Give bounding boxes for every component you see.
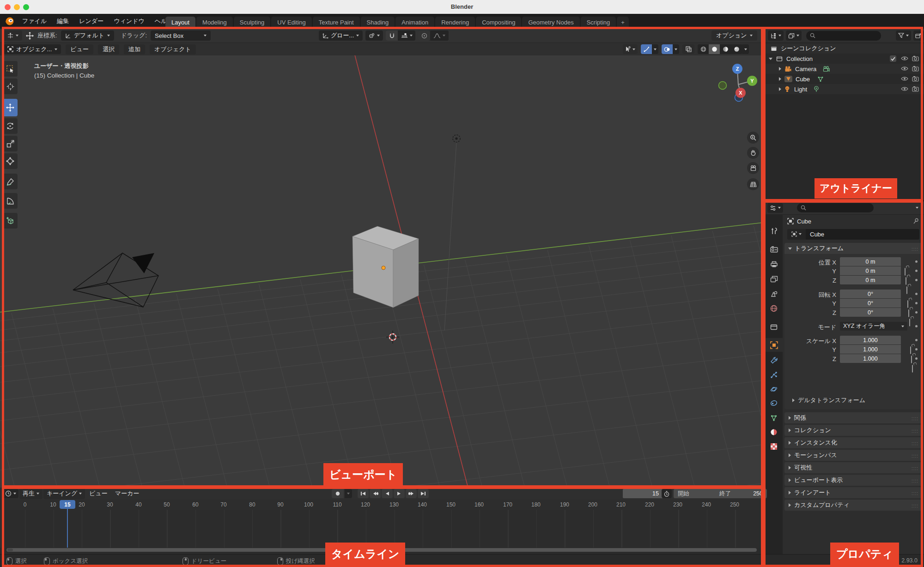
animate-dot-icon[interactable]	[915, 302, 918, 304]
blender-logo-icon[interactable]	[4, 16, 14, 26]
auto-keyframe-dropdown[interactable]	[345, 489, 352, 498]
playhead-line[interactable]	[67, 509, 68, 548]
frame-end-field[interactable]: 終了 250	[715, 489, 767, 498]
playhead-badge[interactable]: 15	[60, 500, 75, 509]
outliner-row-cube[interactable]: Cube	[765, 74, 924, 84]
render-visibility-toggle[interactable]	[912, 86, 919, 92]
shading-solid-button[interactable]	[709, 44, 720, 54]
animate-dot-icon[interactable]	[915, 279, 918, 281]
drag-handle-icon[interactable]	[912, 245, 918, 252]
section-line-art[interactable]: ラインアート	[784, 487, 922, 498]
axis-neg-y-ball[interactable]	[719, 82, 727, 90]
editor-type-button[interactable]	[3, 30, 22, 41]
viewport-menu-view[interactable]: ビュー	[66, 44, 93, 54]
scale-z-field[interactable]: 1.000	[840, 354, 901, 363]
tool-select-box[interactable]	[3, 61, 18, 77]
gizmos-dropdown[interactable]	[652, 44, 658, 54]
tab-texture[interactable]	[765, 440, 783, 453]
object-id-dropdown[interactable]	[787, 229, 806, 240]
outliner-row-collection[interactable]: Collection	[765, 54, 924, 64]
menu-edit[interactable]: 編集	[53, 15, 73, 27]
lock-icon[interactable]	[912, 365, 913, 373]
lock-icon[interactable]	[906, 286, 907, 294]
transform-orientation-dropdown[interactable]: グロー...	[319, 30, 363, 41]
light-object[interactable]	[453, 135, 460, 142]
camera-object[interactable]	[73, 253, 158, 307]
section-viewport-display[interactable]: ビューポート表示	[784, 475, 922, 486]
outliner-filter-mode-dropdown[interactable]	[786, 30, 802, 41]
tab-tool[interactable]	[765, 224, 783, 238]
tab-particles[interactable]	[765, 368, 783, 382]
jump-to-end-button[interactable]	[418, 489, 429, 498]
animate-dot-icon[interactable]	[915, 339, 918, 341]
gizmos-toggle[interactable]	[641, 44, 652, 54]
timeline-menu-keying[interactable]: キーイング	[43, 488, 85, 499]
workspace-tab-layout[interactable]: Layout	[165, 17, 195, 28]
menu-file[interactable]: ファイル	[18, 15, 50, 27]
tab-world[interactable]	[765, 302, 783, 315]
pan-viewport-button[interactable]	[747, 147, 759, 159]
animate-dot-icon[interactable]	[915, 348, 918, 350]
workspace-tab-scripting[interactable]: Scripting	[581, 17, 616, 28]
rotation-y-field[interactable]: 0°	[840, 299, 901, 308]
tool-measure[interactable]	[3, 193, 18, 209]
lock-icon[interactable]	[908, 309, 909, 317]
lock-icon[interactable]	[910, 346, 911, 354]
viewport-canvas[interactable]: ユーザー・透視投影 (15) Collection | Cube Z Y X	[0, 55, 763, 488]
render-visibility-toggle[interactable]	[912, 66, 919, 72]
lock-icon[interactable]	[907, 300, 908, 308]
hide-eye-toggle[interactable]	[901, 66, 908, 72]
add-workspace-button[interactable]: +	[617, 17, 629, 28]
expand-icon[interactable]	[779, 87, 781, 91]
tool-cursor[interactable]	[3, 78, 18, 94]
outliner-row-camera[interactable]: Camera	[765, 64, 924, 74]
scale-y-field[interactable]: 1.000	[840, 345, 901, 354]
delta-transform-header[interactable]: デルタトランスフォーム	[788, 395, 918, 405]
tab-physics[interactable]	[765, 382, 783, 396]
toggle-orthographic-button[interactable]	[747, 178, 759, 190]
section-instancing[interactable]: インスタンス化	[784, 437, 922, 448]
properties-options-chevron[interactable]	[916, 207, 918, 209]
lock-icon[interactable]	[906, 277, 906, 285]
hide-eye-toggle[interactable]	[901, 86, 908, 92]
menu-render[interactable]: レンダー	[75, 15, 107, 27]
tool-move[interactable]	[3, 99, 18, 116]
pivot-point-dropdown[interactable]	[365, 30, 383, 41]
tool-transform[interactable]	[3, 153, 18, 169]
scale-x-field[interactable]: 1.000	[840, 336, 901, 344]
location-x-field[interactable]: 0 m	[840, 257, 901, 266]
rotation-mode-dropdown[interactable]: XYZ オイラー角	[840, 322, 907, 331]
section-relations[interactable]: 関係	[784, 412, 922, 423]
mode-dropdown[interactable]: オブジェク...	[4, 44, 61, 54]
jump-next-keyframe-button[interactable]	[406, 489, 417, 498]
timeline-editor-type-button[interactable]	[3, 489, 18, 498]
tab-output[interactable]	[765, 257, 783, 271]
workspace-tab-uv-editing[interactable]: UV Editing	[271, 17, 311, 28]
animate-dot-icon[interactable]	[915, 260, 918, 263]
tab-object-data[interactable]	[765, 411, 783, 425]
snap-target-dropdown[interactable]	[398, 30, 415, 41]
timeline-menu-playback[interactable]: 再生	[19, 488, 43, 499]
proportional-editing-button[interactable]	[418, 30, 430, 41]
animate-dot-icon[interactable]	[915, 325, 918, 327]
expand-icon[interactable]	[769, 58, 772, 60]
tab-object[interactable]	[765, 338, 783, 352]
workspace-tab-compositing[interactable]: Compositing	[476, 17, 521, 28]
options-dropdown[interactable]: オプション	[711, 30, 757, 41]
expand-icon[interactable]	[779, 67, 781, 71]
shading-wireframe-button[interactable]	[698, 44, 709, 54]
tab-material[interactable]	[765, 425, 783, 439]
object-visibility-dropdown[interactable]	[623, 44, 638, 54]
lock-icon[interactable]	[909, 319, 910, 326]
rotation-x-field[interactable]: 0°	[840, 290, 901, 298]
tab-render[interactable]	[765, 242, 783, 256]
navigation-gizmo[interactable]: Z Y X	[717, 63, 760, 106]
overlays-dropdown[interactable]	[673, 44, 679, 54]
tool-rotate[interactable]	[3, 118, 18, 134]
zoom-viewport-button[interactable]	[747, 132, 759, 144]
outliner-search-field[interactable]	[806, 31, 881, 41]
tab-scene[interactable]	[765, 287, 783, 301]
tool-annotate[interactable]	[3, 174, 18, 189]
play-reverse-button[interactable]	[382, 489, 393, 498]
outliner-filter-dropdown[interactable]	[896, 30, 911, 41]
